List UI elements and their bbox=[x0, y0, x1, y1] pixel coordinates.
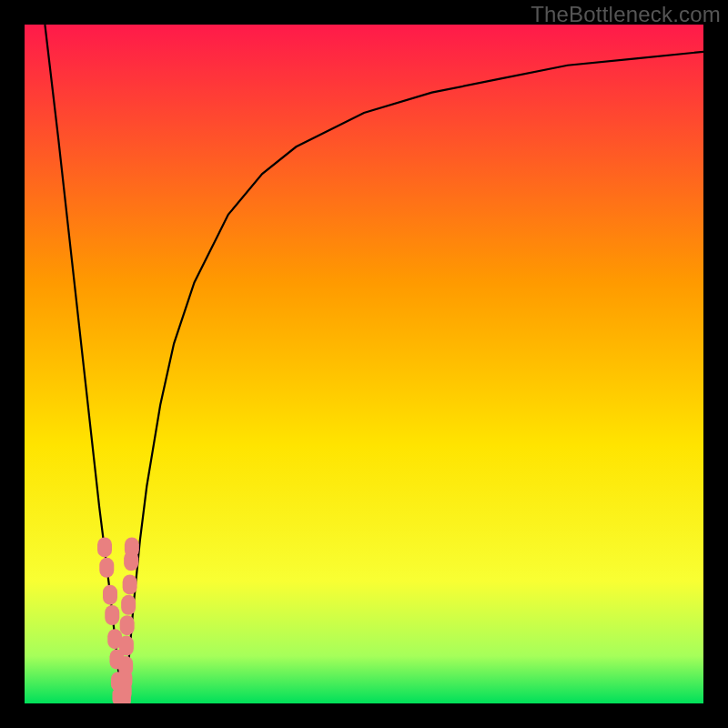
data-marker bbox=[105, 605, 119, 625]
data-marker bbox=[99, 558, 114, 578]
data-marker bbox=[124, 551, 138, 571]
data-marker bbox=[119, 636, 134, 656]
data-marker bbox=[103, 585, 117, 605]
data-marker bbox=[121, 595, 136, 615]
chart-frame: TheBottleneck.com bbox=[0, 0, 728, 728]
data-marker bbox=[120, 615, 135, 635]
data-marker bbox=[97, 537, 112, 557]
chart-svg bbox=[0, 0, 728, 728]
watermark-label: TheBottleneck.com bbox=[531, 2, 721, 27]
data-marker bbox=[123, 574, 137, 594]
